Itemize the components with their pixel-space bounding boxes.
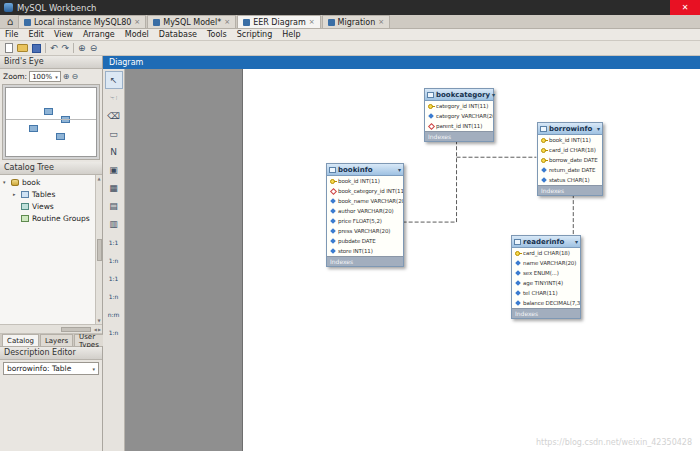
- description-object-select[interactable]: borrowinfo: Table: [3, 362, 99, 375]
- scroll-left-icon[interactable]: ◀: [94, 327, 97, 332]
- table-header[interactable]: bookinfo▾: [327, 164, 403, 176]
- column-row[interactable]: category_id INT(11): [425, 101, 493, 111]
- birds-eye-minimap[interactable]: [2, 84, 100, 160]
- save-model-icon[interactable]: [32, 44, 41, 53]
- collapse-arrow-icon[interactable]: ▾: [398, 166, 401, 173]
- scroll-right-icon[interactable]: ▶: [98, 327, 101, 332]
- rel-1-n-identifying-tool[interactable]: 1:n: [105, 287, 123, 305]
- column-row[interactable]: book_id INT(11): [327, 176, 403, 186]
- menu-view[interactable]: View: [49, 30, 78, 39]
- tree-node-book[interactable]: ▾ book: [0, 176, 95, 188]
- diagram-canvas[interactable]: https://blog.csdn.net/weixin_42350428 bo…: [125, 69, 700, 451]
- table-borrowinfo[interactable]: borrowinfo▾book_id INT(11)card_id CHAR(1…: [537, 122, 603, 196]
- menu-arrange[interactable]: Arrange: [78, 30, 120, 39]
- tab-layers[interactable]: Layers: [40, 334, 73, 346]
- tab-mysql-model[interactable]: MySQL Model* ×: [147, 15, 236, 28]
- expander-icon[interactable]: ▾: [3, 179, 8, 185]
- tab-migration[interactable]: Migration ×: [322, 15, 391, 28]
- menu-database[interactable]: Database: [154, 30, 202, 39]
- eraser-tool[interactable]: ⌫: [105, 107, 123, 125]
- table-header[interactable]: bookcategory▾: [425, 89, 493, 101]
- column-row[interactable]: book_category_id INT(11): [327, 186, 403, 196]
- menu-scripting[interactable]: Scripting: [232, 30, 278, 39]
- column-row[interactable]: store INT(11): [327, 246, 403, 256]
- zoom-in-icon[interactable]: ⊕: [63, 72, 70, 81]
- collapse-arrow-icon[interactable]: ▾: [597, 125, 600, 132]
- diagram-page[interactable]: https://blog.csdn.net/weixin_42350428 bo…: [242, 69, 700, 451]
- column-row[interactable]: price FLOAT(5,2): [327, 216, 403, 226]
- zoom-in-icon[interactable]: ⊕: [78, 43, 86, 53]
- tab-close-icon[interactable]: ×: [134, 18, 140, 26]
- collapse-arrow-icon[interactable]: ▾: [492, 91, 495, 98]
- view-tool[interactable]: ▤: [105, 197, 123, 215]
- menu-file[interactable]: File: [0, 30, 23, 39]
- text-tool[interactable]: N: [105, 143, 123, 161]
- column-row[interactable]: age TINYINT(4): [512, 278, 580, 288]
- undo-icon[interactable]: ↶: [50, 43, 58, 53]
- image-tool[interactable]: ▣: [105, 161, 123, 179]
- tree-node-tables[interactable]: ▸ Tables: [0, 188, 95, 200]
- tab-close-icon[interactable]: ×: [378, 18, 384, 26]
- pointer-tool[interactable]: ↖: [105, 71, 123, 89]
- tree-node-views[interactable]: Views: [0, 200, 95, 212]
- column-row[interactable]: book_id INT(11): [538, 135, 602, 145]
- indexes-bar[interactable]: Indexes: [425, 131, 493, 141]
- tab-catalog[interactable]: Catalog: [2, 334, 39, 346]
- table-header[interactable]: borrowinfo▾: [538, 123, 602, 135]
- indexes-bar[interactable]: Indexes: [538, 185, 602, 195]
- home-tab-icon[interactable]: ⌂: [2, 15, 18, 28]
- tab-local-instance[interactable]: Local instance MySQL80 ×: [18, 15, 146, 28]
- column-row[interactable]: press VARCHAR(20): [327, 226, 403, 236]
- column-row[interactable]: book_name VARCHAR(20): [327, 196, 403, 206]
- table-readerinfo[interactable]: readerinfo▾card_id CHAR(18)name VARCHAR(…: [511, 235, 581, 319]
- layer-tool[interactable]: ▭: [105, 125, 123, 143]
- column-row[interactable]: borrow_date DATE: [538, 155, 602, 165]
- expander-icon[interactable]: ▸: [13, 191, 18, 197]
- open-folder-icon[interactable]: [17, 44, 28, 52]
- column-row[interactable]: return_date DATE: [538, 165, 602, 175]
- window-close-button[interactable]: ✕: [670, 0, 700, 15]
- table-bookcategory[interactable]: bookcategory▾category_id INT(11)category…: [424, 88, 494, 142]
- diagram-tab-header[interactable]: Diagram: [103, 56, 700, 69]
- column-row[interactable]: card_id CHAR(18): [512, 248, 580, 258]
- tree-vertical-scrollbar[interactable]: ▲ ▼: [95, 175, 102, 324]
- indexes-bar[interactable]: Indexes: [327, 256, 403, 266]
- rel-1-n-non-identifying-tool[interactable]: 1:n: [105, 251, 123, 269]
- column-row[interactable]: card_id CHAR(18): [538, 145, 602, 155]
- hand-tool[interactable]: ☜: [105, 89, 123, 107]
- rel-n-m-identifying-tool[interactable]: n:m: [105, 305, 123, 323]
- column-row[interactable]: name VARCHAR(20): [512, 258, 580, 268]
- column-row[interactable]: pubdate DATE: [327, 236, 403, 246]
- column-row[interactable]: parent_id INT(11): [425, 121, 493, 131]
- menu-edit[interactable]: Edit: [23, 30, 49, 39]
- tab-eer-diagram[interactable]: EER Diagram ×: [237, 15, 320, 28]
- column-row[interactable]: status CHAR(1): [538, 175, 602, 185]
- column-row[interactable]: category VARCHAR(20): [425, 111, 493, 121]
- scroll-down-icon[interactable]: ▼: [97, 318, 100, 323]
- tab-close-icon[interactable]: ×: [224, 18, 230, 26]
- column-row[interactable]: sex ENUM(...): [512, 268, 580, 278]
- table-bookinfo[interactable]: bookinfo▾book_id INT(11)book_category_id…: [326, 163, 404, 267]
- rel-existing-columns-tool[interactable]: 1:n: [105, 323, 123, 341]
- tree-node-routine-groups[interactable]: Routine Groups: [0, 212, 95, 224]
- table-header[interactable]: readerinfo▾: [512, 236, 580, 248]
- tab-user-types[interactable]: User Types: [74, 334, 104, 346]
- zoom-out-icon[interactable]: ⊖: [90, 43, 98, 53]
- scroll-thumb[interactable]: [97, 239, 102, 261]
- redo-icon[interactable]: ↷: [62, 43, 70, 53]
- rel-1-1-non-identifying-tool[interactable]: 1:1: [105, 233, 123, 251]
- routine-group-tool[interactable]: ▥: [105, 215, 123, 233]
- new-document-icon[interactable]: [5, 43, 13, 53]
- menu-help[interactable]: Help: [277, 30, 305, 39]
- collapse-arrow-icon[interactable]: ▾: [575, 238, 578, 245]
- column-row[interactable]: author VARCHAR(20): [327, 206, 403, 216]
- table-tool[interactable]: ▦: [105, 179, 123, 197]
- menu-model[interactable]: Model: [120, 30, 154, 39]
- column-row[interactable]: balance DECIMAL(7,3): [512, 298, 580, 308]
- column-row[interactable]: tel CHAR(11): [512, 288, 580, 298]
- menu-tools[interactable]: Tools: [202, 30, 232, 39]
- rel-1-1-identifying-tool[interactable]: 1:1: [105, 269, 123, 287]
- zoom-level-select[interactable]: 100%: [29, 71, 61, 82]
- indexes-bar[interactable]: Indexes: [512, 308, 580, 318]
- zoom-out-icon[interactable]: ⊖: [71, 72, 78, 81]
